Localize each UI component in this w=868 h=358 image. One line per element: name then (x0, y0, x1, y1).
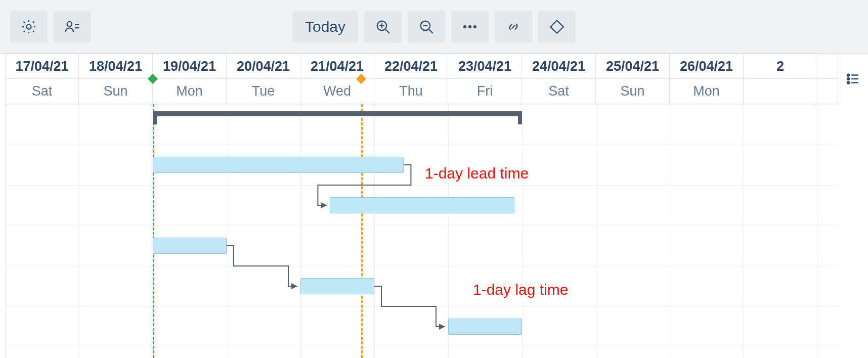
summary-bar[interactable] (153, 111, 522, 116)
toolbar: Today (0, 0, 868, 54)
day-header-cell: Wed (300, 79, 374, 104)
zoom-in-button[interactable] (364, 11, 402, 43)
project-start-marker (153, 104, 154, 358)
date-header-row: 17/04/2118/04/2119/04/2120/04/2121/04/21… (5, 54, 838, 79)
person-list-icon (64, 18, 81, 35)
day-header-cell: Sat (5, 79, 79, 104)
settings-button[interactable] (10, 11, 48, 43)
zoom-in-icon (374, 18, 392, 35)
day-header-cell: Fri (448, 79, 522, 104)
link-button[interactable] (495, 11, 532, 43)
toolbar-center-group: Today (292, 11, 576, 43)
task-bar[interactable] (153, 238, 227, 254)
svg-point-0 (26, 24, 31, 29)
day-header-cell: Sun (596, 79, 670, 104)
date-header-cell: 22/04/21 (374, 54, 448, 78)
day-header-cell: Sat (522, 79, 596, 104)
list-icon (846, 71, 861, 86)
annotation-label: 1-day lag time (473, 281, 568, 298)
task-bar[interactable] (153, 157, 404, 173)
milestone-button[interactable] (538, 11, 576, 43)
date-header-cell: 20/04/21 (227, 54, 300, 78)
day-header-cell: Mon (670, 79, 744, 104)
side-panel-toggle[interactable] (838, 54, 868, 104)
date-header-cell: 17/04/21 (5, 54, 79, 78)
date-header-cell: 21/04/21 (300, 54, 374, 78)
date-header-cell: 26/04/21 (670, 54, 744, 78)
svg-point-9 (847, 82, 849, 84)
date-header-cell: 18/04/21 (79, 54, 153, 78)
date-header-cell: 24/04/21 (522, 54, 596, 78)
gear-icon (20, 18, 37, 35)
svg-point-5 (468, 25, 471, 28)
day-header-cell: Thu (374, 79, 448, 104)
dependency-layer (5, 104, 838, 358)
today-marker (361, 104, 363, 358)
task-bar[interactable] (448, 319, 522, 335)
date-header-cell: 23/04/21 (448, 54, 522, 78)
link-icon (505, 18, 522, 35)
svg-point-7 (847, 74, 849, 76)
gantt-timeline: 17/04/2118/04/2119/04/2120/04/2121/04/21… (5, 54, 838, 358)
diamond-icon (548, 18, 566, 35)
task-bar[interactable] (330, 197, 514, 213)
gantt-grid[interactable]: 1-day lead time1-day lag time (5, 104, 838, 358)
task-bar[interactable] (300, 278, 374, 294)
annotation-label: 1-day lead time (425, 165, 529, 182)
day-header-cell: Sun (79, 79, 153, 104)
today-label: Today (305, 18, 345, 35)
svg-point-6 (473, 25, 476, 28)
svg-point-1 (67, 21, 72, 26)
ellipsis-icon (461, 18, 479, 35)
date-header-cell: 2 (744, 54, 817, 78)
date-header-cell: 25/04/21 (596, 54, 670, 78)
day-header-cell: Tue (227, 79, 300, 104)
resources-button[interactable] (54, 11, 91, 43)
svg-point-4 (463, 25, 466, 28)
zoom-out-button[interactable] (408, 11, 445, 43)
day-header-cell: Mon (153, 79, 227, 104)
today-button[interactable]: Today (292, 11, 358, 43)
date-header-cell: 19/04/21 (153, 54, 227, 78)
day-header-row: SatSunMonTueWedThuFriSatSunMon (5, 79, 838, 104)
more-button[interactable] (451, 11, 489, 43)
toolbar-left-group (10, 11, 91, 43)
svg-point-8 (847, 78, 849, 80)
day-header-cell (744, 79, 817, 104)
zoom-out-icon (418, 18, 435, 35)
